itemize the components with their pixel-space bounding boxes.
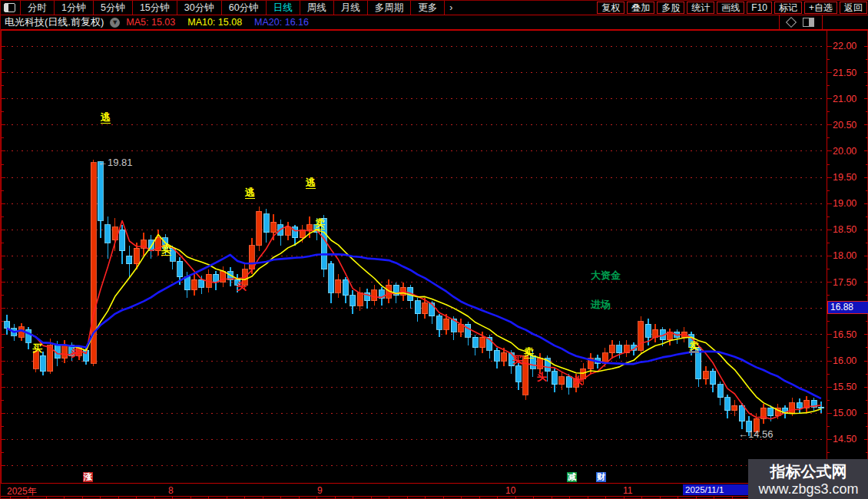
app-window: 分时1分钟5分钟15分钟30分钟60分钟日线周线月线多周期更多 › 复权叠加多股… bbox=[0, 0, 868, 499]
candlestick-chart[interactable] bbox=[1, 1, 868, 499]
date-axis-label: 11 bbox=[623, 485, 632, 496]
date-axis-label: 10 bbox=[505, 485, 515, 496]
watermark: 指标公式网 www.zbgs3.com bbox=[748, 459, 868, 499]
date-axis-label: 9 bbox=[317, 485, 323, 496]
watermark-url: www.zbgs3.com bbox=[758, 481, 858, 497]
date-axis-label: 8 bbox=[168, 485, 174, 496]
date-axis: 2025/11/1 2025年891011 bbox=[1, 483, 868, 497]
watermark-title: 指标公式网 bbox=[770, 462, 847, 481]
current-date-badge: 2025/11/1 bbox=[683, 484, 751, 495]
date-axis-label: 2025年 bbox=[7, 485, 37, 498]
candles bbox=[5, 160, 824, 436]
